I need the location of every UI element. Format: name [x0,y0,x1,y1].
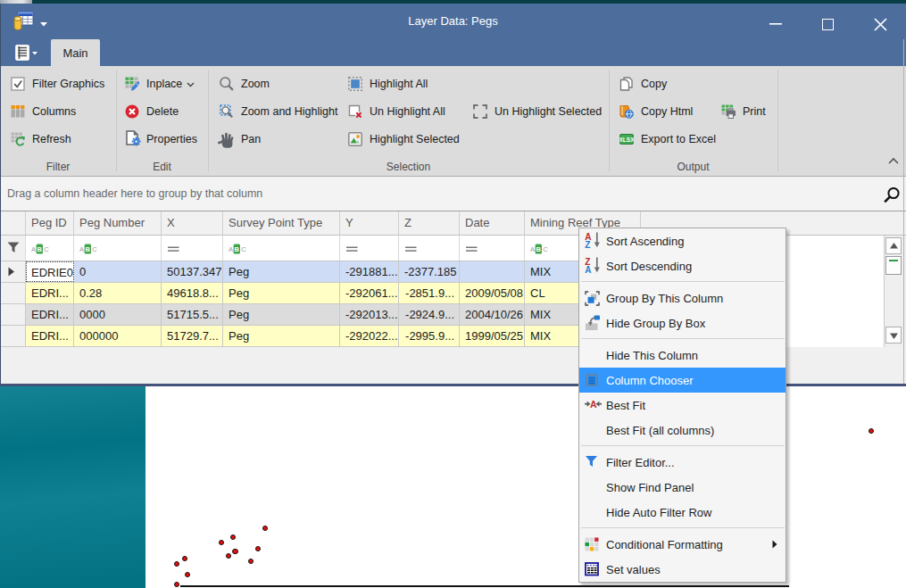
svg-text:A: A [31,245,36,253]
svg-text:B: B [235,245,240,253]
svg-text:C: C [241,245,246,253]
svg-text:B: B [536,245,542,253]
svg-text:XLSX: XLSX [619,137,634,143]
svg-text:A: A [585,265,591,274]
svg-text:A: A [530,245,535,253]
svg-text:C: C [44,245,49,253]
svg-text:C: C [92,245,97,253]
svg-text:A: A [590,399,597,410]
svg-text:B: B [37,245,43,253]
svg-text:C: C [543,245,548,253]
svg-text:Z: Z [585,240,590,249]
svg-text:A: A [229,245,233,253]
svg-text:A: A [79,245,84,253]
svg-text:B: B [86,245,91,253]
